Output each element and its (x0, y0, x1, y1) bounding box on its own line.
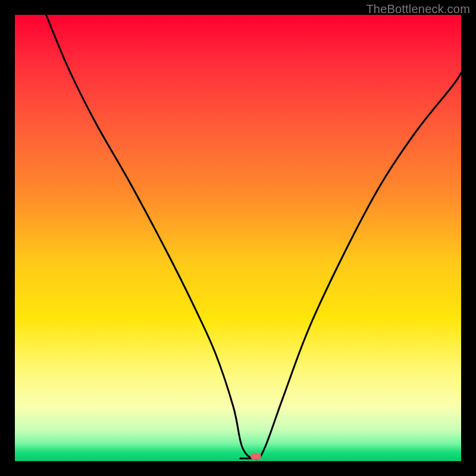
chart-frame: TheBottleneck.com (0, 0, 476, 476)
bottleneck-curve (46, 15, 462, 459)
optimal-point-marker (250, 453, 261, 459)
curve-svg (15, 15, 461, 461)
plot-area (15, 15, 461, 461)
watermark-text: TheBottleneck.com (366, 2, 470, 16)
